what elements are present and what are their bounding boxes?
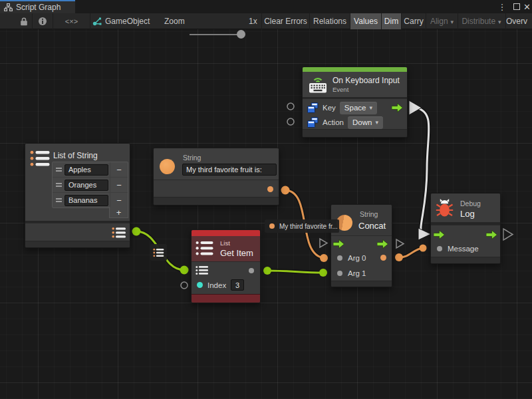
error-accent-bar	[192, 230, 260, 236]
node-debug-log[interactable]: Debug Log Message	[430, 193, 501, 264]
zoom-value: 1x	[249, 13, 257, 29]
list-output-port[interactable]	[112, 227, 126, 239]
gameobject-label: GameObject	[105, 13, 150, 29]
overview-button[interactable]: Overv	[506, 13, 532, 29]
list-item-row: Oranges −	[53, 178, 128, 193]
chevron-down-icon: ▾	[451, 19, 454, 25]
node-category: Debug	[460, 200, 481, 207]
lock-button[interactable]	[16, 13, 32, 29]
list-icon	[153, 248, 164, 257]
drag-handle-icon[interactable]	[53, 198, 65, 202]
list-item-field[interactable]: Apples	[65, 164, 108, 176]
values-toggle[interactable]: Values	[350, 13, 381, 29]
node-title: Get Item	[220, 248, 253, 258]
arg0-input-port[interactable]	[337, 255, 342, 261]
relations-button[interactable]: Relations	[310, 13, 350, 29]
list-item-row: Apples −	[53, 162, 128, 178]
error-footer	[192, 294, 260, 303]
tab-script-graph[interactable]: Script Graph	[0, 0, 75, 13]
info-icon	[38, 17, 47, 26]
node-string-literal[interactable]: String My third favorite fruit is:	[153, 148, 279, 205]
wire-value-tooltip: My third favorite fr...	[265, 219, 339, 233]
index-field[interactable]: 3	[231, 279, 244, 291]
arg1-input-port[interactable]	[337, 271, 342, 276]
flow-in-port[interactable]	[434, 230, 445, 239]
list-item-row: Bananas −	[53, 193, 128, 207]
gameobject-icon	[92, 17, 102, 26]
key-port-label: Key	[323, 104, 336, 112]
string-value-field[interactable]: My third favorite fruit is:	[182, 164, 277, 176]
message-label: Message	[448, 245, 479, 253]
close-icon[interactable]: ✕	[523, 0, 531, 13]
list-icon	[30, 150, 50, 168]
node-on-keyboard-input[interactable]: On Keyboard Input Event Key Space ▾	[302, 66, 408, 138]
keycode-icon	[307, 117, 319, 128]
flow-out-port[interactable]	[392, 103, 403, 112]
remove-item-button[interactable]: −	[110, 162, 128, 177]
flow-out-port[interactable]	[377, 239, 388, 249]
keyboard-icon	[308, 75, 328, 94]
flow-out-port[interactable]	[486, 230, 497, 239]
list-item-field[interactable]: Bananas	[65, 195, 108, 206]
chevron-down-icon: ▾	[369, 104, 372, 111]
list-item-field[interactable]: Oranges	[65, 180, 108, 191]
tab-title: Script Graph	[16, 3, 61, 12]
graph-icon	[4, 3, 13, 11]
node-title: List of String	[53, 151, 98, 160]
node-category: List	[220, 239, 230, 247]
list-icon	[196, 240, 213, 257]
keycode-icon	[307, 102, 319, 113]
message-input-port[interactable]	[437, 246, 442, 251]
distribute-dropdown[interactable]: Distribute▾	[458, 13, 505, 29]
node-category: String	[360, 210, 378, 218]
item-output-port[interactable]	[249, 268, 254, 273]
node-list-of-string[interactable]: List of String Apples − Oranges − Banana…	[25, 143, 130, 248]
carry-button[interactable]: Carry	[402, 13, 426, 29]
result-output-port[interactable]	[380, 255, 386, 261]
zoom-slider-handle[interactable]	[237, 30, 245, 39]
wire-value-list-badge	[150, 244, 167, 261]
node-concat[interactable]: String Concat Arg 0 Arg 1	[331, 204, 392, 287]
action-dropdown[interactable]: Down ▾	[348, 116, 383, 129]
remove-item-button[interactable]: −	[110, 178, 128, 192]
chevron-down-icon: ▾	[375, 119, 378, 126]
arg0-label: Arg 0	[348, 254, 366, 262]
node-get-item[interactable]: List Get Item Index 3	[191, 229, 261, 303]
unity-script-graph-window: Script Graph ⋮ ✕ <×>	[0, 0, 532, 399]
dim-toggle[interactable]: Dim	[382, 13, 401, 29]
string-output-port[interactable]	[267, 186, 273, 192]
drag-handle-icon[interactable]	[53, 168, 65, 172]
node-title: Log	[460, 209, 475, 219]
action-port-label: Action	[323, 118, 344, 126]
arg1-label: Arg 1	[348, 269, 366, 277]
drag-handle-icon[interactable]	[53, 183, 65, 187]
node-subtitle: String	[183, 154, 201, 162]
window-menu-icon[interactable]: ⋮	[497, 0, 507, 13]
node-title: On Keyboard Input	[332, 76, 400, 85]
node-title: Concat	[358, 221, 386, 231]
graph-toolbar: <×> GameObject Zoom 1x Clear Errors Rela…	[0, 13, 532, 29]
wire-value-text: My third favorite fr...	[279, 223, 338, 230]
index-input-port[interactable]	[197, 282, 203, 288]
string-value-icon	[269, 223, 275, 229]
info-button[interactable]	[33, 13, 53, 29]
zoom-slider-track[interactable]	[190, 34, 243, 35]
add-item-button[interactable]: +	[109, 207, 128, 218]
lock-icon	[20, 17, 28, 26]
remove-item-button[interactable]: −	[110, 193, 128, 207]
node-subtitle: Event	[332, 86, 348, 93]
chevron-down-icon: ▾	[498, 19, 501, 25]
align-dropdown[interactable]: Align▾	[426, 13, 458, 29]
clear-errors-button[interactable]: Clear Errors	[262, 13, 309, 29]
list-editor: Apples − Oranges − Bananas −	[52, 162, 128, 208]
maximize-icon[interactable]	[513, 0, 520, 13]
event-accent-bar	[303, 67, 407, 72]
index-label: Index	[207, 281, 226, 289]
string-type-icon	[160, 159, 175, 174]
flow-in-port[interactable]	[333, 239, 344, 249]
zoom-label: Zoom	[164, 13, 185, 29]
key-dropdown[interactable]: Space ▾	[340, 102, 377, 114]
code-view-button[interactable]: <×>	[53, 13, 90, 29]
tab-bar: Script Graph ⋮ ✕	[0, 0, 532, 13]
list-input-port[interactable]	[196, 265, 209, 275]
